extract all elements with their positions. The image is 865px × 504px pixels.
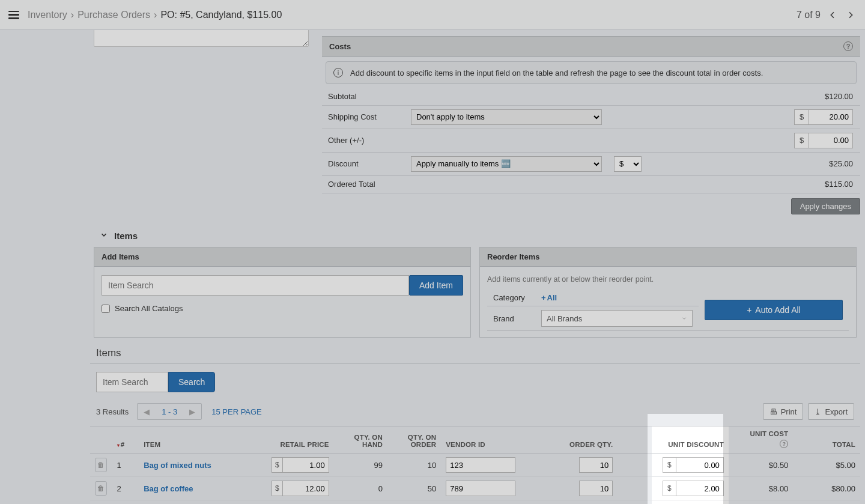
col-qty-hand[interactable]: QTY. ON HAND	[334, 427, 387, 454]
retail-price-input[interactable]	[282, 457, 329, 473]
col-unit-discount[interactable]: UNIT DISCOUNT	[652, 427, 729, 454]
info-icon: i	[333, 68, 343, 77]
reorder-hint: Add items currently at or below their re…	[487, 275, 849, 284]
qty-on-order: 0	[387, 500, 441, 505]
retail-price-input[interactable]	[282, 481, 329, 496]
unit-discount-input[interactable]	[676, 457, 724, 473]
results-count: 3 Results	[96, 407, 129, 416]
discount-unit-select[interactable]: $	[614, 156, 642, 172]
delete-row-button[interactable]: 🗑	[95, 481, 107, 496]
order-qty-input[interactable]	[579, 457, 613, 473]
prev-record-button[interactable]	[827, 9, 839, 21]
col-total[interactable]: TOTAL	[793, 427, 860, 454]
breadcrumb-inventory[interactable]: Inventory	[28, 10, 67, 20]
unit-discount-input[interactable]	[676, 481, 724, 496]
currency-symbol: $	[663, 481, 676, 496]
qty-on-order: 10	[387, 454, 441, 477]
currency-symbol: $	[794, 109, 809, 125]
items-search-input[interactable]	[96, 372, 168, 392]
qty-on-hand: 9	[334, 500, 387, 505]
currency-symbol: $	[663, 457, 676, 473]
reorder-items-header: Reorder Items	[480, 247, 856, 267]
discount-value: $25.00	[829, 159, 853, 168]
line-total: $12.50	[793, 500, 860, 505]
line-total: $5.00	[793, 454, 860, 477]
qty-on-order: 50	[387, 477, 441, 500]
line-total: $80.00	[793, 477, 860, 500]
breadcrumb-purchase-orders[interactable]: Purchase Orders	[77, 10, 150, 20]
ordered-total-value: $115.00	[825, 180, 853, 189]
per-page-select[interactable]: 15 PER PAGE	[211, 407, 262, 416]
ordered-total-label: Ordered Total	[322, 175, 405, 193]
record-counter: 7 of 9	[797, 10, 821, 20]
breadcrumbs: Inventory › Purchase Orders › PO: #5, Ca…	[28, 10, 282, 20]
print-button[interactable]: Print	[763, 403, 804, 420]
add-items-header: Add Items	[94, 247, 470, 267]
top-bar: Inventory › Purchase Orders › PO: #5, Ca…	[0, 0, 865, 30]
row-number: 3	[112, 500, 139, 505]
col-item[interactable]: ITEM	[139, 427, 267, 454]
category-label: Category	[487, 290, 535, 306]
add-items-card: Add Items Add Item Search All Catalogs	[94, 247, 471, 338]
auto-add-all-button[interactable]: +Auto Add All	[705, 300, 843, 320]
discount-label: Discount	[322, 152, 405, 175]
row-number: 2	[112, 477, 139, 500]
breadcrumb-current: PO: #5, Candyland, $115.00	[160, 10, 282, 20]
currency-symbol: $	[794, 133, 809, 148]
col-retail[interactable]: RETAIL PRICE	[267, 427, 334, 454]
search-all-catalogs-checkbox[interactable]	[102, 305, 110, 313]
item-link[interactable]: Bag of coffee	[144, 484, 193, 493]
add-item-button[interactable]: Add Item	[409, 275, 463, 296]
other-value-input[interactable]	[809, 133, 853, 148]
item-link[interactable]: Bag of mixed nuts	[144, 461, 211, 470]
shipping-value-input[interactable]	[809, 109, 853, 125]
shipping-label: Shipping Cost	[322, 105, 405, 129]
table-row: 🗑1Bag of mixed nuts$9910$$0.50$5.00	[90, 454, 860, 477]
page-next-button[interactable]: ▶	[183, 404, 201, 419]
discount-info-text: Add discount to specific items in the in…	[350, 68, 763, 77]
discount-apply-select[interactable]: Apply manually to items 🆕	[411, 156, 602, 172]
other-label: Other (+/-)	[322, 129, 405, 152]
col-order-qty[interactable]: ORDER QTY.	[538, 427, 618, 454]
costs-panel: Costs ? i Add discount to specific items…	[322, 36, 860, 222]
category-all-link[interactable]: +All	[541, 293, 557, 302]
order-qty-input[interactable]	[579, 481, 613, 496]
col-qty-order[interactable]: QTY. ON ORDER	[387, 427, 441, 454]
col-vendor[interactable]: VENDOR ID	[441, 427, 538, 454]
search-button[interactable]: Search	[168, 372, 215, 392]
qty-on-hand: 99	[334, 454, 387, 477]
page-range[interactable]: 1 - 3	[156, 407, 183, 416]
brand-label: Brand	[487, 306, 535, 331]
items-section-toggle[interactable]: Items	[90, 225, 860, 247]
discount-info-banner: i Add discount to specific items in the …	[326, 61, 857, 84]
next-record-button[interactable]	[845, 9, 857, 21]
page-prev-button[interactable]: ◀	[138, 404, 156, 419]
items-list-header: Items	[90, 338, 860, 363]
export-button[interactable]: Export	[808, 403, 854, 420]
qty-on-hand: 0	[334, 477, 387, 500]
notes-textarea[interactable]	[94, 30, 309, 47]
apply-changes-button[interactable]: Apply changes	[791, 198, 860, 214]
vendor-id-input[interactable]	[446, 481, 515, 496]
costs-header: Costs	[329, 42, 351, 51]
chevron-down-icon	[100, 231, 108, 241]
vendor-id-input[interactable]	[446, 457, 515, 473]
shipping-apply-select[interactable]: Don't apply to items	[411, 109, 602, 125]
reorder-items-card: Reorder Items Add items currently at or …	[479, 247, 857, 338]
col-unit-cost[interactable]: UNIT COST?	[729, 427, 794, 454]
row-number: 1	[112, 454, 139, 477]
brand-select[interactable]: All Brands	[541, 310, 693, 327]
export-icon	[815, 407, 821, 416]
currency-symbol: $	[272, 457, 282, 473]
unit-cost: $8.00	[729, 477, 794, 500]
delete-row-button[interactable]: 🗑	[95, 458, 107, 472]
item-search-input[interactable]	[102, 275, 409, 296]
help-icon[interactable]: ?	[843, 41, 853, 51]
chevron-down-icon	[681, 314, 687, 323]
menu-icon[interactable]	[8, 11, 19, 19]
col-num[interactable]: ▾#	[112, 427, 139, 454]
search-all-catalogs-label: Search All Catalogs	[115, 304, 183, 313]
subtotal-label: Subtotal	[322, 88, 405, 105]
help-icon[interactable]: ?	[780, 440, 788, 448]
unit-cost: $0.50	[729, 454, 794, 477]
